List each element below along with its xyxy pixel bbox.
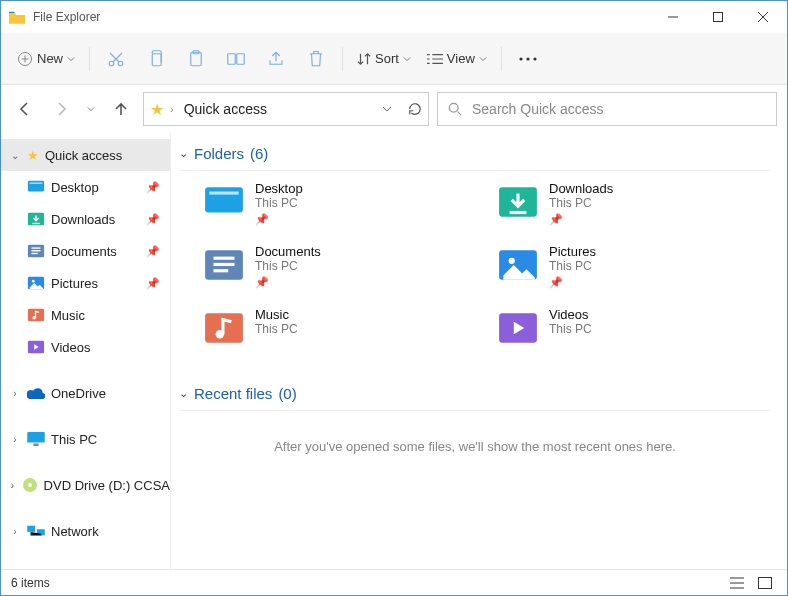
pin-icon: 📌 — [549, 213, 613, 226]
divider — [179, 170, 771, 171]
sort-button[interactable]: Sort — [351, 41, 417, 77]
sidebar-item-quick-access[interactable]: ⌄ ★ Quick access — [1, 139, 170, 171]
folder-location: This PC — [549, 196, 613, 210]
svg-rect-19 — [32, 253, 38, 254]
chevron-right-icon: › — [9, 388, 21, 399]
folder-item-pictures[interactable]: Pictures This PC 📌 — [497, 244, 771, 289]
svg-point-39 — [509, 258, 515, 264]
pictures-icon — [497, 244, 539, 286]
svg-rect-17 — [32, 247, 41, 248]
search-icon — [448, 102, 462, 116]
star-icon: ★ — [27, 148, 39, 163]
recent-locations-button[interactable] — [83, 95, 99, 123]
empty-recent-message: After you've opened some files, we'll sh… — [179, 439, 771, 454]
minimize-button[interactable] — [650, 2, 695, 32]
sidebar-item-pictures[interactable]: Pictures 📌 — [1, 267, 170, 299]
address-bar[interactable]: ★ › Quick access — [143, 92, 429, 126]
share-button[interactable] — [258, 41, 294, 77]
sidebar-item-downloads[interactable]: Downloads 📌 — [1, 203, 170, 235]
recent-count: (0) — [278, 385, 296, 402]
maximize-button[interactable] — [695, 2, 740, 32]
pin-icon: 📌 — [146, 277, 160, 290]
rename-button[interactable] — [218, 41, 254, 77]
search-box[interactable] — [437, 92, 777, 126]
svg-rect-37 — [214, 269, 229, 272]
sort-label: Sort — [375, 51, 399, 66]
desktop-icon — [203, 181, 245, 223]
arrow-left-icon — [17, 101, 33, 117]
toolbar: New Sort View — [1, 33, 787, 85]
rename-icon — [227, 51, 245, 67]
svg-point-10 — [526, 57, 529, 60]
refresh-icon[interactable] — [408, 102, 422, 116]
folder-location: This PC — [255, 196, 303, 210]
new-button[interactable]: New — [11, 41, 81, 77]
folder-item-downloads[interactable]: Downloads This PC 📌 — [497, 181, 771, 226]
plus-circle-icon — [17, 51, 33, 67]
arrow-right-icon — [53, 101, 69, 117]
folder-name: Music — [255, 307, 298, 322]
folders-title: Folders — [194, 145, 244, 162]
videos-icon — [497, 307, 539, 349]
svg-rect-8 — [237, 53, 245, 64]
toolbar-divider — [89, 47, 90, 71]
sidebar-item-label: DVD Drive (D:) CCSA — [44, 478, 170, 493]
statusbar: 6 items — [1, 569, 787, 595]
forward-button[interactable] — [47, 95, 75, 123]
svg-rect-18 — [32, 250, 41, 251]
more-button[interactable] — [510, 41, 546, 77]
copy-button[interactable] — [138, 41, 174, 77]
folder-location: This PC — [255, 322, 298, 336]
folder-item-documents[interactable]: Documents This PC 📌 — [203, 244, 477, 289]
sidebar-item-videos[interactable]: Videos — [1, 331, 170, 363]
search-input[interactable] — [472, 101, 766, 117]
sidebar-item-dvd[interactable]: › DVD Drive (D:) CCSA — [1, 469, 170, 501]
folder-location: This PC — [255, 259, 321, 273]
chevron-down-icon: ⌄ — [179, 387, 188, 400]
folders-count: (6) — [250, 145, 268, 162]
svg-point-12 — [449, 103, 458, 112]
sidebar-item-label: Quick access — [45, 148, 122, 163]
folder-item-videos[interactable]: Videos This PC — [497, 307, 771, 349]
sidebar-item-music[interactable]: Music — [1, 299, 170, 331]
svg-point-9 — [519, 57, 522, 60]
folder-location: This PC — [549, 322, 592, 336]
sidebar-item-network[interactable]: › Network — [1, 515, 170, 547]
sidebar-item-label: OneDrive — [51, 386, 106, 401]
recent-header[interactable]: ⌄ Recent files (0) — [179, 385, 771, 402]
copy-icon — [148, 50, 164, 68]
tiles-view-button[interactable] — [753, 573, 777, 593]
address-path: Quick access — [180, 101, 376, 117]
details-view-button[interactable] — [725, 573, 749, 593]
up-button[interactable] — [107, 95, 135, 123]
window-title: File Explorer — [33, 10, 650, 24]
paste-button[interactable] — [178, 41, 214, 77]
pin-icon: 📌 — [146, 245, 160, 258]
documents-icon — [203, 244, 245, 286]
downloads-icon — [27, 210, 45, 228]
breadcrumb-separator: › — [170, 103, 174, 115]
svg-point-21 — [32, 280, 35, 283]
cut-button[interactable] — [98, 41, 134, 77]
pictures-icon — [27, 274, 45, 292]
sidebar: ⌄ ★ Quick access Desktop 📌 Downloads 📌 D… — [1, 133, 171, 569]
sidebar-item-documents[interactable]: Documents 📌 — [1, 235, 170, 267]
pin-icon: 📌 — [255, 276, 321, 289]
folder-item-desktop[interactable]: Desktop This PC 📌 — [203, 181, 477, 226]
chevron-down-icon[interactable] — [382, 104, 392, 114]
back-button[interactable] — [11, 95, 39, 123]
chevron-right-icon: › — [9, 480, 16, 491]
pin-icon: 📌 — [255, 213, 303, 226]
divider — [179, 410, 771, 411]
folder-item-music[interactable]: Music This PC — [203, 307, 477, 349]
svg-rect-14 — [30, 183, 43, 184]
sidebar-item-this-pc[interactable]: › This PC — [1, 423, 170, 455]
folders-header[interactable]: ⌄ Folders (6) — [179, 145, 771, 162]
delete-button[interactable] — [298, 41, 334, 77]
sidebar-item-onedrive[interactable]: › OneDrive — [1, 377, 170, 409]
view-icon — [427, 52, 443, 66]
view-button[interactable]: View — [421, 41, 493, 77]
close-button[interactable] — [740, 2, 785, 32]
chevron-right-icon: › — [9, 526, 21, 537]
sidebar-item-desktop[interactable]: Desktop 📌 — [1, 171, 170, 203]
